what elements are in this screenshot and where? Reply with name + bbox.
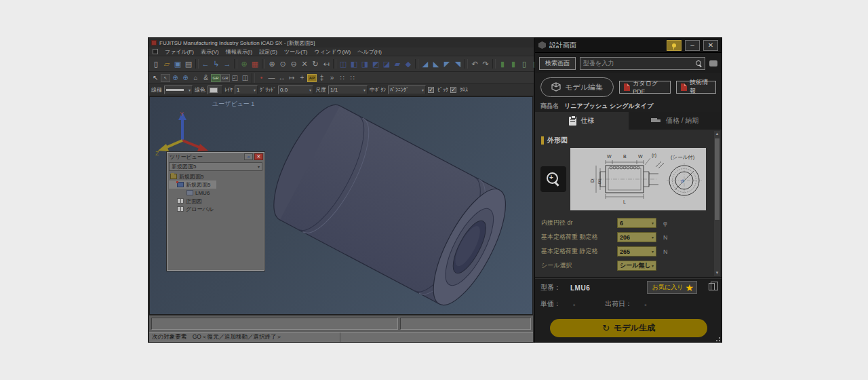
toolbar-icon[interactable]: ↻ [310,58,321,69]
tree-drawing-dropdown[interactable]: 新規図面5▾ [169,162,262,171]
tab-price-delivery[interactable]: 価格 / 納期 [629,112,722,130]
tree-item[interactable]: 新規図面5 [169,172,262,180]
toolbar-icon[interactable]: ↷ [480,58,491,69]
toolbar-icon[interactable]: ↔ [277,73,287,83]
toolbar-icon[interactable]: → [222,58,233,69]
toolbar-icon[interactable] [234,59,237,69]
linecolor-swatch[interactable] [208,86,222,94]
toolbar-icon[interactable]: ◣ [431,58,441,69]
toolbar-icon[interactable]: ✕ [299,58,310,69]
menu-item[interactable]: ファイル(F) [165,48,194,56]
toolbar-icon[interactable]: ▯ [151,58,161,69]
copy-icon[interactable] [709,283,715,290]
grid-dropdown[interactable]: 0.0▾ [278,86,313,94]
toolbar-icon[interactable]: ◰ [230,73,240,83]
scroll-down-arrow[interactable]: ▼ [714,270,720,276]
menu-item[interactable]: 情報表示(I) [226,48,253,56]
menu-item[interactable]: 設定(S) [259,48,277,56]
param-select[interactable]: シール無し▾ [617,261,656,271]
model-edit-button[interactable]: モデル編集 [540,77,614,97]
toolbar-icon[interactable]: ⊕ [180,73,191,83]
toolbar-icon[interactable]: ◪ [381,58,392,69]
tab-spec[interactable]: 仕様 [535,112,629,130]
toolbar-icon[interactable]: ◨ [359,58,370,69]
toolbar-icon[interactable] [492,59,496,69]
part-number-input[interactable] [583,60,696,66]
cad-viewport[interactable]: ユーザビュー 1 Y X Z [149,96,533,315]
toolbar-icon[interactable]: ∷ [347,73,357,83]
minimize-button[interactable]: – [685,40,700,51]
toolbar-icon[interactable]: AP [307,74,317,82]
tree-close-button[interactable]: ✕ [254,153,263,160]
toolbar-icon[interactable]: ⊙ [277,58,288,69]
command-input[interactable] [151,318,398,330]
tech-info-button[interactable]: 技術情報 [676,81,716,94]
toolbar-icon[interactable]: ▱ [161,58,172,69]
toolbar-icon[interactable] [465,59,468,69]
tree-item[interactable]: グローバル [169,205,262,213]
toolbar-icon[interactable]: ▮ [508,58,519,69]
toolbar-icon[interactable]: GR [220,74,230,82]
toolbar-icon[interactable] [252,73,255,83]
tree-item[interactable]: 正面図 [169,197,262,205]
toolbar-icon[interactable]: ▦ [250,58,260,69]
drawing-zoom-button[interactable]: + [540,166,566,192]
toolbar-icon[interactable]: GR [211,74,220,82]
panning-dropdown[interactable]: ﾊﾟﾝﾆﾝｸﾞ▾ [388,86,426,94]
toolbar-icon[interactable]: ▯ [519,58,530,69]
pin-button[interactable] [667,40,682,51]
toolbar-icon[interactable]: ◥ [452,58,463,69]
scroll-thumb[interactable] [715,138,719,220]
toolbar-icon[interactable]: ↳ [211,58,222,69]
param-select[interactable]: 6▾ [617,218,656,228]
toolbar-icon[interactable]: ‡ [317,73,327,83]
toolbar-icon[interactable]: ⌂ [191,73,201,83]
toolbar-icon[interactable]: ⊕ [267,58,277,69]
toolbar-icon[interactable]: ◫ [338,58,349,69]
catalog-pdf-button[interactable]: カタログPDF [619,81,671,94]
close-button[interactable]: ✕ [703,40,718,51]
toolbar-icon[interactable]: ◆ [403,58,414,69]
toolbar-icon[interactable]: » [327,73,337,83]
tree-view-titlebar[interactable]: ツリービュー « ✕ [167,152,264,161]
toolbar-icon[interactable]: + [297,73,307,83]
toolbar-icon[interactable]: ⊖ [288,58,299,69]
cad-titlebar[interactable]: FUJITSU Manufacturing Industry Solution … [149,38,534,48]
toolbar-icon[interactable]: & [201,73,211,83]
toolbar-icon[interactable]: ⊕ [170,73,180,83]
toolbar-icon[interactable] [262,59,265,69]
param-select[interactable]: 265▾ [617,246,656,256]
toolbar-icon[interactable] [195,59,199,69]
toolbar-icon[interactable]: ◤ [441,58,452,69]
toolbar-icon[interactable]: ↶ [469,58,480,69]
menu-item[interactable]: ウィンドウ(W) [314,48,351,56]
toolbar-icon[interactable] [415,59,418,69]
search-icon[interactable] [696,60,702,66]
search-screen-button[interactable]: 検索画面 [539,57,576,70]
panel-titlebar[interactable]: 設計画面 – ✕ [535,38,722,53]
toolbar-icon[interactable]: ◫ [240,73,250,83]
toolbar-icon[interactable]: ◢ [420,58,431,69]
toolbar-icon[interactable]: ∷ [337,73,347,83]
toolbar-icon[interactable]: — [267,73,277,83]
toolbar-icon[interactable]: ↤ [321,58,332,69]
toolbar-icon[interactable]: ↦ [287,73,297,83]
generate-model-button[interactable]: ↻ モデル生成 [550,319,707,337]
menu-item[interactable]: ヘルプ(H) [357,48,382,56]
toolbar-icon[interactable]: ▣ [172,58,183,69]
toolbar-icon[interactable]: ◩ [370,58,381,69]
comment-icon[interactable] [709,60,717,66]
menu-item[interactable]: ツール(T) [284,48,308,56]
window-menu-icon[interactable] [153,49,158,54]
toolbar-icon[interactable]: ↖ [151,73,161,83]
toolbar-icon[interactable]: ← [200,58,211,69]
resize-grip[interactable] [715,336,720,341]
toolbar-icon[interactable]: ▤ [183,58,194,69]
linetype-dropdown[interactable]: ▾ [164,86,193,94]
content-scrollbar[interactable]: ▲ ▼ [714,131,720,276]
toolbar-icon[interactable]: ◧ [349,58,359,69]
scroll-up-arrow[interactable]: ▲ [714,131,720,137]
toolbar-icon[interactable]: ▮ [497,58,508,69]
favorite-button[interactable]: お気に入り ★ [647,281,697,294]
toolbar-icon[interactable] [333,59,336,69]
